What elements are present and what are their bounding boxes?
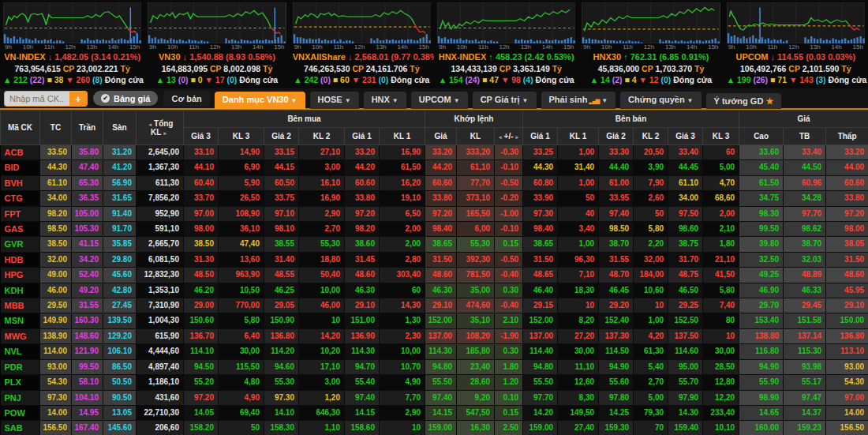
add-ticker-button[interactable]: + [69,92,87,106]
cell-symbol[interactable]: HPG [1,268,40,283]
col-header-sell-5[interactable]: KL 3 [703,128,739,145]
table-row-bvh[interactable]: BVH61.1065.3056.90611,3060.405,9060.5016… [1,175,868,190]
cell-buy-1: 108,90 [219,206,264,221]
cell-match-2: -0.40 [495,268,523,283]
col-header-price-1[interactable]: TB [784,128,826,145]
cell-symbol[interactable]: BID [1,160,40,175]
table-row-bid[interactable]: BID44.3047.4041.201,367,3044.106,9044.15… [1,160,868,175]
cell-symbol[interactable]: SAB [1,421,40,435]
table-row-pow[interactable]: POW14.0014.9513.0522,710,3014.0569,4014.… [1,405,868,420]
col-header-match-2[interactable]: ◂+/-▸ [495,128,523,145]
tab-hose[interactable]: HOSE▼ [310,92,359,109]
index-panel-upcom[interactable]: 9h10h11h12h13h14h15hUPCOM ↓ 114.55 (0.03… [724,0,868,88]
col-header-symbol[interactable]: Mã CK [1,111,40,145]
table-row-ctg[interactable]: CTG34.0036.3531.657,856,2033.7026,5033.7… [1,191,868,206]
cell-low: 150.00 [826,313,868,328]
cell-sell-3: 70 [634,421,668,435]
cell-symbol[interactable]: GVR [1,237,40,252]
cell-buy-4: 33.20 [345,145,380,160]
cell-buy-3: 17,10 [299,359,345,374]
cell-symbol[interactable]: KDH [1,283,40,298]
table-row-pdr[interactable]: PDR93.0099.5086.504,897,4094.50115,5094.… [1,359,868,374]
board-view-button[interactable]: ✔ Bảng giá [93,91,158,106]
tab-cơ-bản[interactable]: Cơ bản [163,91,209,107]
cell-symbol[interactable]: FPT [1,206,40,221]
cell-symbol[interactable]: HDB [1,252,40,267]
table-row-gas[interactable]: GAS98.50105.3091.70591,1098.0036,1098.10… [1,222,868,237]
tab-chứng-quyền[interactable]: Chứng quyền▼ [620,92,701,109]
cell-reference: 29.50 [40,298,72,313]
col-header-reference[interactable]: TC [40,111,72,145]
col-header-ceiling[interactable]: Trần [72,111,103,145]
table-row-acb[interactable]: ACB33.5035.8031.202,645,0033.1014,9033.1… [1,145,868,160]
index-panel-vn30[interactable]: 9h10h11h12h13h14h15hVN30 ↓ 1,540.88 (8.9… [144,0,289,88]
tab-upcom[interactable]: UPCOM▼ [411,92,468,109]
search-input[interactable] [5,92,69,106]
cell-sell-5: 10,10 [703,421,739,435]
table-row-plx[interactable]: PLX54.3058.1050.501,186,1055.204,8055.30… [1,375,868,390]
cell-symbol[interactable]: MWG [1,328,40,343]
table-row-gvr[interactable]: GVR38.5041.1535.852,665,7038.5047,4038.5… [1,237,868,252]
sort-left-icon: ◂ [149,122,152,127]
cell-symbol[interactable]: MSN [1,313,40,328]
col-header-buy-1[interactable]: KL 3 [219,128,264,145]
cell-symbol[interactable]: ACB [1,145,40,160]
col-header-sell-3[interactable]: KL 2 [634,128,668,145]
cell-sell-4: 31.70 [668,252,703,267]
cell-buy-4: 97.40 [345,390,380,405]
cell-symbol[interactable]: MBB [1,298,40,313]
col-header-buy-5[interactable]: KL 1 [380,128,425,145]
cell-symbol[interactable]: GAS [1,222,40,237]
col-header-match-0[interactable]: Giá [425,128,457,145]
cell-symbol[interactable]: PLX [1,375,40,390]
cell-average: 115.30 [784,344,826,359]
col-header-price-0[interactable]: Cao [739,128,784,145]
table-row-hdb[interactable]: HDB32.0034.2029.806,081,5031.3013,6031.4… [1,252,868,267]
col-header-buy-4[interactable]: Giá 1 [345,128,380,145]
index-panel-hnx-index[interactable]: 9h10h11h12h13h14h15hHNX-INDEX ↑ 458.23 (… [434,0,578,88]
index-panel-vnxallshare[interactable]: 9h10h11h12h13h14h15hVNXAllShare ↓ 2,568.… [290,0,434,88]
down-arrow-icon: ↓ [771,52,776,62]
col-header-price-2[interactable]: Thấp [826,128,868,145]
table-row-sab[interactable]: SAB156.50167.40145.60206,60158.2050158.3… [1,421,868,435]
cell-sell-3: 1,00 [634,313,668,328]
tab-hnx[interactable]: HNX▼ [364,92,406,109]
cell-symbol[interactable]: PNJ [1,390,40,405]
cell-sell-0: 29.15 [523,298,558,313]
col-header-floor[interactable]: Sàn [103,111,137,145]
index-panel-vn-index[interactable]: 9h10h11h12h13h14h15hVN-INDEX ↓ 1,482.05 … [0,0,144,88]
col-header-sell-1[interactable]: KL 1 [558,128,599,145]
col-header-match-1[interactable]: KL [457,128,495,145]
cell-symbol[interactable]: POW [1,405,40,420]
tab-phái-sinh[interactable]: Phái sinh▂▄▆▼ [541,92,616,109]
col-header-sell-4[interactable]: Giá 3 [668,128,703,145]
cell-symbol[interactable]: CTG [1,191,40,206]
tab-danh-mục-vn30[interactable]: Danh mục VN30▼ [215,92,305,109]
col-header-sell-0[interactable]: Giá 1 [523,128,558,145]
floor-count: (0) [226,75,237,84]
col-header-buy-2[interactable]: Giá 2 [264,128,299,145]
cell-symbol[interactable]: PDR [1,359,40,374]
tab-cp-giá-trị[interactable]: CP Giá trị▼ [473,92,537,109]
table-row-kdh[interactable]: KDH46.0049.2042.801,353,1046.2010,5046.2… [1,283,868,298]
cell-match-0: 97.40 [425,390,457,405]
col-header-sell-2[interactable]: Giá 2 [599,128,634,145]
table-row-fpt[interactable]: FPT98.20105.0091.40952,9097.00108,9097.1… [1,206,868,221]
cell-sell-3: 10,60 [634,283,668,298]
index-panel-hnx30[interactable]: 9h10h11h12h13h14h15hHNX30 ↑ 762.31 (6.85… [578,0,723,88]
col-header-buy-0[interactable]: Giá 3 [184,128,219,145]
table-row-mwg[interactable]: MWG138.90148.60129.20615,90136.706,40136… [1,328,868,343]
cell-symbol[interactable]: NVL [1,344,40,359]
cell-sell-4: 34.00 [668,191,703,206]
cell-sell-2: 29.20 [599,298,634,313]
table-row-mbb[interactable]: MBB29.5031.5527.457,310,9029.00770,0029.… [1,298,868,313]
col-header-buy-3[interactable]: KL 2 [299,128,345,145]
cell-symbol[interactable]: BVH [1,175,40,190]
table-row-msn[interactable]: MSN149.90160.30139.501,004,30150.605,801… [1,313,868,328]
table-row-nvl[interactable]: NVL114.00121.90106.104,444,60114.1030,00… [1,344,868,359]
col-header-total-volume[interactable]: ◂Tổng KL▸ [137,111,184,145]
tab-ý-tưởng-gd[interactable]: Ý tưởng GD★ [706,93,782,109]
table-row-pnj[interactable]: PNJ97.30104.1090.50431,6097.204,9097.301… [1,390,868,405]
advancers: ▲ 212 [3,75,28,84]
table-row-hpg[interactable]: HPG49.0052.4045.6012,832,3048.50963,9048… [1,268,868,283]
